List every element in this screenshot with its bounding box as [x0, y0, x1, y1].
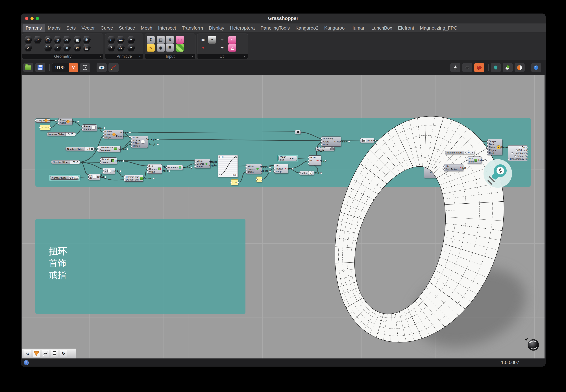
integer-icon[interactable]: 7 [107, 44, 116, 52]
cherry-pick-icon[interactable]: ❧ [199, 44, 207, 52]
node-negative[interactable]: Value -x Result [300, 170, 314, 175]
node-bounds[interactable]: Numbers Domain [166, 165, 183, 170]
curve-end-icon[interactable]: ✕ [24, 44, 32, 52]
tab-params[interactable]: Params [23, 24, 45, 32]
preview-button[interactable] [97, 63, 107, 72]
display-wireframe-button[interactable] [450, 63, 461, 72]
node-remap-2[interactable]: ValueSourceTarget MappedClipped [246, 164, 262, 174]
gradient-icon[interactable]: ●—● [176, 36, 184, 44]
cylinder-icon[interactable]: ⊙ [73, 44, 82, 52]
slider-import-icon[interactable]: ↧ [147, 36, 155, 44]
tab-human[interactable]: Human [347, 24, 368, 32]
tab-lunchbox[interactable]: LunchBox [368, 24, 395, 32]
tab-display[interactable]: Display [206, 24, 227, 32]
surface-icon[interactable]: ▤ [82, 44, 91, 52]
circle-icon[interactable]: ◯ [44, 36, 52, 44]
line-icon[interactable]: ∕ [53, 44, 62, 52]
node-boolean-toggle[interactable]: Boolean Toggle [315, 147, 335, 151]
node-group-title[interactable]: 扭环 首饰 戒指 [35, 219, 245, 314]
node-sub-list[interactable]: ListDomainWrap ListIndex [148, 164, 162, 174]
selection-orange-button[interactable] [515, 63, 525, 72]
mdslider-icon[interactable]: ↯ [166, 36, 174, 44]
slider-grip[interactable] [76, 161, 78, 163]
node-display-material[interactable]: Geometry Diffuse Color Transparency Diff… [508, 145, 528, 161]
plane-icon[interactable]: ▱ [62, 36, 71, 44]
tab-curve[interactable]: Curve [98, 24, 116, 32]
knob-icon[interactable]: ◉ [157, 44, 165, 52]
slider-grip[interactable] [68, 133, 70, 135]
panel-angle-expression[interactable]: -0.5*pi [40, 125, 50, 130]
number-slider-size[interactable]: Number Slider 5.0 [65, 147, 95, 151]
node-data-a[interactable]: ▦ Data A [360, 138, 374, 143]
sketch-button[interactable] [108, 63, 119, 72]
tab-kangaroo[interactable]: Kangaroo [321, 24, 348, 32]
slider-grip[interactable] [465, 152, 467, 154]
tab-panelingtools[interactable]: PanelingTools [257, 24, 293, 32]
node-rectangle[interactable]: PlaneX SizeY SizeRadius ▢ RectangleLengt… [131, 136, 148, 148]
viewport-nav-ball[interactable] [524, 337, 540, 352]
panel-neg1[interactable]: -1 [256, 177, 262, 182]
number-slider-thickness[interactable]: Number Slider 0.110 [50, 176, 79, 180]
text-icon[interactable]: A [116, 44, 125, 52]
data-input-icon[interactable]: ➡ [218, 36, 226, 44]
number-slider-radius[interactable]: Number Slider 20 [46, 132, 76, 136]
node-domain-1[interactable]: Domain startDomain end Domain [98, 146, 120, 152]
save-file-button[interactable] [35, 63, 45, 72]
tab-elefront[interactable]: Elefront [395, 24, 417, 32]
panel-icon[interactable]: ▤ [157, 36, 165, 44]
data-output-icon[interactable]: ➡ [218, 44, 226, 52]
dropdown-icon[interactable]: ▼ [295, 157, 297, 160]
point-icon[interactable]: ✛ [24, 36, 32, 44]
box-icon[interactable]: ▣ [73, 36, 82, 44]
node-plane[interactable]: PlaneAngle Plane [58, 118, 73, 125]
expression-button[interactable]: -x [24, 350, 31, 357]
node-cull-index[interactable]: ListIndicesWrap ✕ List [274, 164, 288, 173]
scribble-icon[interactable]: ∿ [147, 44, 155, 52]
node-remap-1[interactable]: ValueSourceTarget MappedClipped [195, 159, 210, 168]
spectacles-icon[interactable]: oo [199, 36, 207, 44]
datatree-icon[interactable]: ✶ [127, 44, 135, 52]
valuelist-icon[interactable]: ≣ [166, 44, 174, 52]
boolean-icon[interactable]: ◐ [107, 36, 116, 44]
node-value-list[interactable]: Value List One ▼ [279, 156, 297, 161]
tab-vector[interactable]: Vector [78, 24, 98, 32]
node-rotate[interactable]: GeometryAnglePlane ↻ Geometry [321, 137, 341, 147]
swatch-icon[interactable] [176, 44, 184, 52]
slider-grip[interactable] [70, 177, 71, 179]
selection-green-button[interactable] [503, 63, 513, 72]
zoom-extents-button[interactable] [80, 63, 90, 72]
selection-blue-button[interactable] [531, 63, 541, 72]
history-button[interactable]: ↻ [60, 350, 67, 357]
path-icon[interactable]: Y [127, 36, 135, 44]
spiral-icon[interactable]: ◎ [53, 36, 62, 44]
number-icon[interactable]: 0.1 [116, 36, 125, 44]
rectangle-icon[interactable]: ◈ [62, 44, 71, 52]
mesh-icon[interactable]: ❄ [82, 36, 91, 44]
node-graph-mapper[interactable]: 0 : 1 0 : 1 [218, 155, 238, 177]
display-hidden-button[interactable] [462, 63, 472, 72]
fluid-drag-button[interactable] [33, 350, 40, 357]
tab-maths[interactable]: Maths [45, 24, 63, 32]
flask-icon[interactable]: △ [228, 44, 237, 52]
polyline-tool-button[interactable] [42, 350, 49, 357]
panel-expand-icon[interactable]: ▼ [139, 55, 141, 58]
tab-magnetizing-fpg[interactable]: Magnetizing_FPG [417, 24, 460, 32]
node-match[interactable]: Match [424, 166, 438, 178]
tab-sets[interactable]: Sets [63, 24, 78, 32]
tab-heteroptera[interactable]: Heteroptera [227, 24, 257, 32]
tab-transform[interactable]: Transform [179, 24, 206, 32]
panel-2pi[interactable]: 2*pi [231, 179, 238, 185]
canvas[interactable]: 扭环 首饰 戒指 [22, 75, 545, 358]
node-perp-frames[interactable]: CurveCountAlign FramesParameters [104, 130, 123, 139]
number-slider-count[interactable]: Number Slider 50 [51, 160, 80, 164]
open-file-button[interactable] [23, 63, 33, 72]
status-alert-icon[interactable]: ! [24, 360, 29, 365]
toggle-icon[interactable] [330, 148, 334, 150]
slider-grip[interactable] [91, 148, 93, 150]
panel-expand-icon[interactable]: ▼ [99, 55, 102, 58]
node-xz-plane[interactable]: Origin Plane [36, 118, 50, 123]
zoom-dropdown-button[interactable]: ∨ [69, 63, 78, 72]
data-dam-icon[interactable]: ●● [228, 36, 237, 44]
tab-surface[interactable]: Surface [116, 24, 138, 32]
node-item-index[interactable]: ListItem Index [467, 156, 482, 164]
